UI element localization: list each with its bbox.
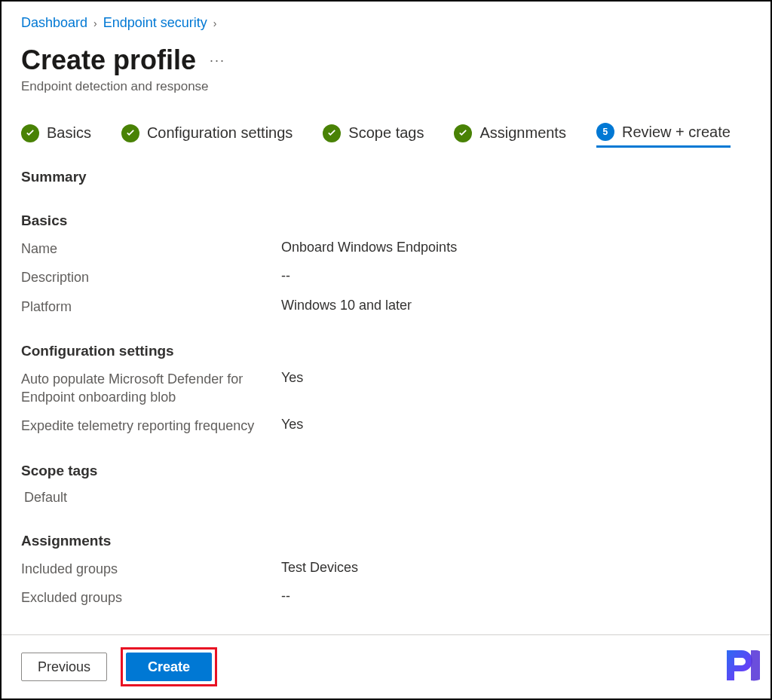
kv-row: Included groups Test Devices bbox=[21, 560, 751, 578]
window-frame: Dashboard › Endpoint security › Create p… bbox=[0, 0, 772, 700]
section-title-config: Configuration settings bbox=[21, 343, 751, 359]
kv-key-included-groups: Included groups bbox=[21, 560, 281, 578]
kv-value-telemetry: Yes bbox=[281, 417, 303, 435]
kv-row: Excluded groups -- bbox=[21, 588, 751, 607]
previous-button[interactable]: Previous bbox=[21, 653, 107, 681]
create-highlight: Create bbox=[121, 647, 217, 686]
content-area: Dashboard › Endpoint security › Create p… bbox=[2, 2, 770, 636]
section-title-basics: Basics bbox=[21, 212, 751, 229]
check-icon bbox=[21, 124, 39, 142]
kv-value-platform: Windows 10 and later bbox=[281, 298, 412, 316]
kv-key-platform: Platform bbox=[21, 298, 281, 316]
section-title-scope-tags: Scope tags bbox=[21, 463, 751, 479]
kv-row: Platform Windows 10 and later bbox=[21, 298, 751, 316]
chevron-right-icon: › bbox=[92, 17, 99, 29]
check-icon bbox=[454, 124, 472, 142]
more-actions-button[interactable]: ··· bbox=[210, 53, 225, 69]
wizard-steps: Basics Configuration settings Scope tags… bbox=[21, 123, 751, 148]
step-scope-tags[interactable]: Scope tags bbox=[323, 124, 424, 147]
kv-row: Expedite telemetry reporting frequency Y… bbox=[21, 417, 751, 435]
kv-key-name: Name bbox=[21, 240, 281, 258]
kv-value-onboarding-blob: Yes bbox=[281, 370, 303, 407]
step-assignments[interactable]: Assignments bbox=[454, 124, 566, 147]
breadcrumb: Dashboard › Endpoint security › bbox=[21, 15, 751, 31]
step-label: Assignments bbox=[479, 124, 566, 142]
step-label: Configuration settings bbox=[147, 124, 293, 142]
chevron-right-icon: › bbox=[212, 17, 219, 29]
kv-row: Name Onboard Windows Endpoints bbox=[21, 240, 751, 258]
breadcrumb-dashboard[interactable]: Dashboard bbox=[21, 15, 87, 31]
check-icon bbox=[323, 124, 341, 142]
step-number-badge: 5 bbox=[596, 123, 614, 141]
step-label: Basics bbox=[47, 124, 91, 142]
scope-tag-default: Default bbox=[21, 490, 751, 506]
footer-bar: Previous Create bbox=[2, 635, 770, 698]
brand-logo-icon bbox=[721, 646, 760, 688]
kv-key-onboarding-blob: Auto populate Microsoft Defender for End… bbox=[21, 370, 281, 407]
step-review-create[interactable]: 5 Review + create bbox=[596, 123, 731, 148]
page-title: Create profile bbox=[21, 44, 196, 76]
step-basics[interactable]: Basics bbox=[21, 124, 91, 147]
kv-value-excluded-groups: -- bbox=[281, 588, 290, 607]
breadcrumb-endpoint-security[interactable]: Endpoint security bbox=[103, 15, 207, 31]
step-label: Scope tags bbox=[348, 124, 424, 142]
step-configuration-settings[interactable]: Configuration settings bbox=[121, 124, 293, 147]
create-button[interactable]: Create bbox=[126, 653, 212, 681]
kv-value-included-groups: Test Devices bbox=[281, 560, 358, 578]
kv-value-name: Onboard Windows Endpoints bbox=[281, 240, 457, 258]
kv-row: Description -- bbox=[21, 268, 751, 286]
summary-heading: Summary bbox=[21, 169, 751, 185]
kv-key-description: Description bbox=[21, 268, 281, 286]
step-label: Review + create bbox=[622, 124, 731, 141]
check-icon bbox=[121, 124, 139, 142]
section-title-assignments: Assignments bbox=[21, 533, 751, 549]
kv-value-description: -- bbox=[281, 268, 290, 286]
kv-key-excluded-groups: Excluded groups bbox=[21, 588, 281, 607]
page-subtitle: Endpoint detection and response bbox=[21, 79, 751, 94]
kv-row: Auto populate Microsoft Defender for End… bbox=[21, 370, 751, 407]
kv-key-telemetry: Expedite telemetry reporting frequency bbox=[21, 417, 281, 435]
